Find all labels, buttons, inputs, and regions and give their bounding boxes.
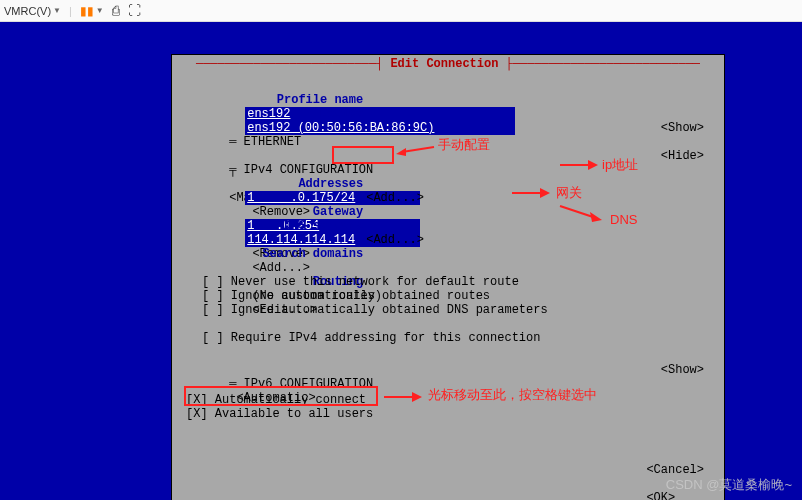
separator: | — [69, 5, 72, 17]
vmrc-menu[interactable]: VMRC(V) ▼ — [4, 5, 61, 17]
edit-connection-dialog: ─────────────────────────┤ Edit Connecti… — [171, 54, 725, 500]
chk-available-all[interactable]: [X] Available to all users — [186, 407, 373, 421]
cancel-button[interactable]: <Cancel> — [646, 463, 704, 477]
terminal-background: ─────────────────────────┤ Edit Connecti… — [0, 22, 802, 500]
chk-auto-connect[interactable]: [X] Automatically connect — [186, 393, 366, 407]
chk-require-ipv4[interactable]: [ ] Require IPv4 addressing for this con… — [202, 331, 540, 345]
pause-icon: ▮▮ — [80, 4, 94, 18]
search-domains-label: Search domains — [245, 247, 363, 261]
device-label: Device — [245, 107, 363, 121]
ethernet-section: ═ ETHERNET — [229, 135, 301, 149]
vmrc-toolbar: VMRC(V) ▼ | ▮▮ ▼ ⎙ ⛶ — [0, 0, 802, 22]
chk-ignore-routes[interactable]: [ ] Ignore automatically obtained routes — [202, 289, 490, 303]
dns-add-button[interactable]: <Add...> — [366, 233, 424, 247]
vmrc-menu-label: VMRC(V) — [4, 5, 51, 17]
watermark: CSDN @莫道桑榆晚~ — [666, 476, 792, 494]
dialog-title: ─────────────────────────┤ Edit Connecti… — [172, 57, 724, 71]
chevron-down-icon: ▼ — [96, 6, 104, 15]
ipv6-section: ═ IPv6 CONFIGURATION — [229, 377, 373, 391]
chevron-down-icon: ▼ — [53, 6, 61, 15]
chk-never-default[interactable]: [ ] Never use this network for default r… — [202, 275, 519, 289]
send-keys-button[interactable]: ⎙ — [112, 3, 120, 18]
ethernet-show-button[interactable]: <Show> — [661, 121, 704, 135]
pause-button[interactable]: ▮▮ ▼ — [80, 4, 104, 18]
ipv4-hide-button[interactable]: <Hide> — [661, 149, 704, 163]
ipv6-show-button[interactable]: <Show> — [661, 363, 704, 377]
chk-ignore-dns[interactable]: [ ] Ignore automatically obtained DNS pa… — [202, 303, 548, 317]
fullscreen-button[interactable]: ⛶ — [128, 3, 141, 18]
